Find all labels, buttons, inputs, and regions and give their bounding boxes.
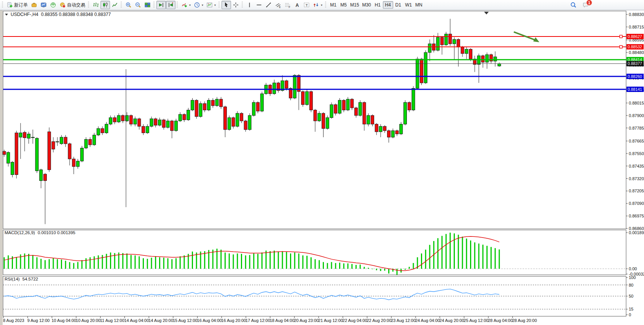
candle-body xyxy=(260,94,263,111)
line-chart-button[interactable] xyxy=(110,1,120,9)
chart-menu-icon[interactable] xyxy=(5,14,8,16)
macd-bar xyxy=(335,263,336,269)
toolbar-grip xyxy=(2,2,3,8)
signals-button[interactable] xyxy=(48,1,58,9)
macd-bar xyxy=(32,255,33,269)
periods-button[interactable]: ▾ xyxy=(192,1,205,9)
tf-w1-button[interactable]: W1 xyxy=(403,1,414,9)
macd-bar xyxy=(290,254,291,269)
macd-bar xyxy=(89,257,91,269)
auto-trading-label: 自动交易 xyxy=(67,2,85,8)
macd-bar xyxy=(413,263,414,269)
svg-text:16 Aug 20:00: 16 Aug 20:00 xyxy=(221,318,246,323)
trendline-tool-button[interactable] xyxy=(264,1,273,9)
chart-canvas[interactable]: 0.888300.887150.885950.884800.883650.882… xyxy=(0,10,644,325)
tf-h4-button[interactable]: H4 xyxy=(383,1,393,9)
macd-bar xyxy=(429,245,430,269)
candle-body xyxy=(187,110,190,120)
candle-body xyxy=(207,100,210,110)
macd-bar xyxy=(437,238,438,269)
candle-body xyxy=(211,100,214,106)
tf-d1-button[interactable]: D1 xyxy=(393,1,403,9)
macd-bar xyxy=(470,241,471,269)
zoom-out-button[interactable] xyxy=(133,1,143,9)
market-panel-button[interactable] xyxy=(39,1,48,9)
tf-h4-label: H4 xyxy=(385,2,391,8)
macd-bar xyxy=(397,269,398,275)
chart-shift-button[interactable] xyxy=(166,1,175,9)
candle-body xyxy=(252,102,255,115)
auto-trading-button[interactable]: 自动交易 xyxy=(58,1,87,9)
new-order-button[interactable]: 新订单 xyxy=(5,1,29,9)
toolbar-grip xyxy=(177,2,178,8)
candle-body xyxy=(158,120,161,125)
svg-text:50: 50 xyxy=(629,294,633,298)
tf-m5-button[interactable]: M5 xyxy=(338,1,349,9)
macd-bar xyxy=(319,260,320,269)
candle-body xyxy=(64,137,67,144)
tile-windows-button[interactable] xyxy=(143,1,152,9)
text-label-tool-button[interactable]: T xyxy=(302,1,311,9)
candle-body xyxy=(154,119,157,125)
horizontal-line-tool-button[interactable] xyxy=(254,1,264,9)
line-handle[interactable] xyxy=(620,35,622,38)
candle-body xyxy=(363,102,366,124)
toolbar-grip xyxy=(121,2,122,8)
candle-body xyxy=(199,103,202,116)
auto-scroll-button[interactable] xyxy=(156,1,166,9)
indicators-button[interactable]: ▾ xyxy=(180,1,192,9)
candle-body xyxy=(391,131,394,137)
search-button[interactable] xyxy=(569,1,578,9)
templates-button[interactable]: ▾ xyxy=(205,1,217,9)
arrow-objects-button[interactable]: ▾ xyxy=(311,1,324,9)
candle-body xyxy=(486,55,489,62)
tf-m1-button[interactable]: M1 xyxy=(328,1,338,9)
indicators-dropdown-icon[interactable]: ▾ xyxy=(189,3,191,7)
macd-bar xyxy=(339,263,340,269)
arrow-objects-dropdown-icon[interactable]: ▾ xyxy=(321,3,322,7)
cursor-button[interactable] xyxy=(222,1,231,9)
templates-dropdown-icon[interactable]: ▾ xyxy=(214,3,216,7)
svg-text:80: 80 xyxy=(629,283,633,287)
fibonacci-retracement-button[interactable]: F xyxy=(283,1,292,9)
chart-profiles-button[interactable] xyxy=(29,1,39,9)
macd-bar xyxy=(135,255,136,269)
vertical-line-tool-button[interactable] xyxy=(245,1,254,9)
equidistant-channel-button[interactable]: E xyxy=(273,1,283,9)
svg-text:E: E xyxy=(279,6,281,8)
text-tool-button[interactable]: A xyxy=(292,1,302,9)
line-handle[interactable] xyxy=(620,46,622,48)
zoom-in-button[interactable] xyxy=(124,1,133,9)
macd-bar xyxy=(16,257,17,269)
candle-body xyxy=(318,113,321,121)
tf-m30-button[interactable]: M30 xyxy=(360,1,372,9)
tf-h1-button[interactable]: H1 xyxy=(373,1,383,9)
candle-body xyxy=(166,121,169,127)
macd-bar xyxy=(306,256,308,269)
equidistant-channel-icon: E xyxy=(275,2,281,8)
candle-body xyxy=(60,137,63,144)
macd-bar xyxy=(327,263,328,269)
candle-body xyxy=(84,140,88,148)
window-left-border xyxy=(0,10,3,325)
svg-text:0.87320: 0.87320 xyxy=(629,176,644,181)
candle-body xyxy=(175,121,178,131)
candle-body xyxy=(326,117,329,128)
chart-profiles-icon xyxy=(31,2,37,8)
macd-bar xyxy=(286,252,287,269)
candle-body xyxy=(146,126,149,133)
bar-chart-button[interactable] xyxy=(91,1,100,9)
periods-dropdown-icon[interactable]: ▾ xyxy=(202,3,203,7)
tf-mn-button[interactable]: MN xyxy=(414,1,424,9)
svg-text:20 Aug 23:00: 20 Aug 23:00 xyxy=(294,318,319,323)
notifications-button[interactable]: 1 xyxy=(581,1,590,9)
candle-body xyxy=(314,110,317,121)
crosshair-button[interactable] xyxy=(231,1,241,9)
macd-bar xyxy=(343,263,344,269)
svg-text:17 Aug 12:00: 17 Aug 12:00 xyxy=(245,318,270,323)
tf-m15-button[interactable]: M15 xyxy=(349,1,360,9)
candle-body xyxy=(240,113,243,121)
candlestick-chart-button[interactable] xyxy=(100,1,110,9)
horizontal-line-tool-icon xyxy=(256,2,262,8)
svg-text:T: T xyxy=(306,3,308,7)
